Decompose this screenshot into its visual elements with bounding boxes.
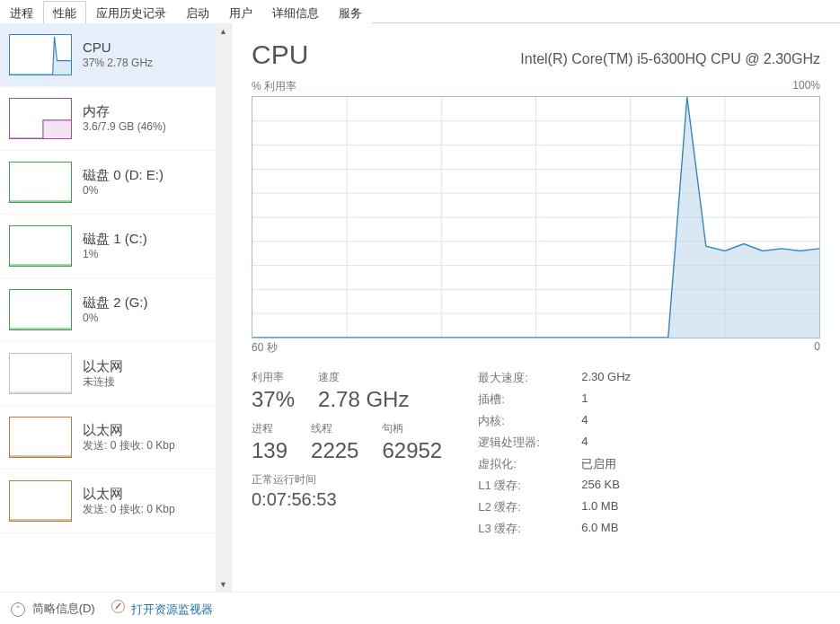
tab-bar: 进程性能应用历史记录启动用户详细信息服务 [0,0,840,23]
tab-0[interactable]: 进程 [0,1,43,23]
info-key-3: 逻辑处理器: [478,435,563,451]
sidebar-item-sub: 0% [83,311,148,326]
svg-rect-12 [10,481,71,521]
detail-subtitle: Intel(R) Core(TM) i5-6300HQ CPU @ 2.30GH… [520,51,820,67]
sidebar-thumb-0 [9,34,72,75]
fewer-details-label: 简略信息(D) [32,602,95,615]
cpu-info-table: 最大速度:2.30 GHz插槽:1内核:4逻辑处理器:4虚拟化:已启用L1 缓存… [478,370,631,537]
sidebar-thumb-3 [9,225,72,267]
sidebar-item-sub: 发送: 0 接收: 0 Kbp [83,502,175,517]
resource-monitor-label: 打开资源监视器 [131,602,213,616]
perf-sidebar: CPU 37% 2.78 GHz 内存 3.6/7.9 GB (46%) 磁盘 … [0,23,216,592]
sidebar-item-2[interactable]: 磁盘 0 (D: E:) 0% [0,151,216,215]
stat-value: 2.78 GHz [318,387,409,412]
chart-x-right: 0 [814,340,820,356]
sidebar-item-title: 以太网 [83,421,175,439]
resource-monitor-icon [111,600,125,613]
stat-value: 37% [252,387,295,412]
sidebar-item-title: CPU [83,39,153,57]
info-key-0: 最大速度: [478,370,563,386]
bigrow2-cell-0: 进程 139 [252,421,287,463]
stat-value: 2225 [311,438,358,463]
sidebar-item-4[interactable]: 磁盘 2 (G:) 0% [0,278,216,342]
svg-rect-8 [10,354,71,393]
sidebar-thumb-7 [9,480,72,522]
tab-4[interactable]: 用户 [219,1,262,23]
sidebar-thumb-4 [9,289,72,330]
info-key-5: L1 缓存: [478,478,563,494]
info-key-1: 插槽: [478,391,563,408]
bigrow1-cell-0: 利用率 37% [252,370,295,412]
uptime-value: 0:07:56:53 [252,489,442,510]
svg-rect-6 [10,290,71,330]
info-key-7: L3 缓存: [478,521,563,537]
sidebar-item-title: 磁盘 0 (D: E:) [83,166,164,184]
sidebar-item-sub: 37% 2.78 GHz [83,56,153,71]
chevron-up-icon: ˄ [11,602,25,617]
stat-label: 句柄 [382,421,442,436]
scroll-down-icon[interactable]: ▼ [216,576,231,592]
cpu-detail-pane: CPU Intel(R) Core(TM) i5-6300HQ CPU @ 2.… [232,23,840,592]
tab-1[interactable]: 性能 [43,1,86,23]
tab-5[interactable]: 详细信息 [262,1,329,23]
bigrow2-cell-2: 句柄 62952 [382,421,442,463]
sidebar-item-sub: 发送: 0 接收: 0 Kbp [83,438,175,453]
info-val-3: 4 [581,435,631,451]
sidebar-thumb-2 [9,162,72,203]
sidebar-item-3[interactable]: 磁盘 1 (C:) 1% [0,215,216,278]
sidebar-item-5[interactable]: 以太网 未连接 [0,342,216,406]
sidebar-item-title: 以太网 [83,357,123,375]
info-val-7: 6.0 MB [581,521,631,537]
sidebar-item-title: 磁盘 1 (C:) [83,230,147,248]
chart-y-max: 100% [792,79,820,94]
stat-label: 进程 [252,421,287,436]
stat-value: 139 [252,438,287,463]
bigrow1-cell-1: 速度 2.78 GHz [318,370,409,412]
sidebar-item-1[interactable]: 内存 3.6/7.9 GB (46%) [0,87,216,151]
scroll-up-icon[interactable]: ▲ [216,23,231,39]
info-val-0: 2.30 GHz [581,370,631,386]
sidebar-thumb-6 [9,417,72,458]
sidebar-item-0[interactable]: CPU 37% 2.78 GHz [0,23,216,87]
sidebar-item-6[interactable]: 以太网 发送: 0 接收: 0 Kbp [0,406,216,470]
svg-rect-10 [10,417,71,457]
sidebar-item-sub: 3.6/7.9 GB (46%) [83,119,166,135]
svg-rect-2 [10,163,71,202]
sidebar-item-title: 以太网 [83,485,175,503]
stat-label: 线程 [311,421,358,436]
sidebar-thumb-1 [9,98,72,139]
info-val-6: 1.0 MB [581,499,631,515]
info-val-1: 1 [581,391,631,408]
sidebar-scrollbar[interactable]: ▲ ▼ [216,23,231,592]
stat-label: 速度 [318,370,409,385]
info-key-4: 虚拟化: [478,456,563,472]
info-val-5: 256 KB [581,478,631,494]
sidebar-item-title: 内存 [83,102,166,120]
tab-3[interactable]: 启动 [176,1,219,23]
info-key-6: L2 缓存: [478,499,563,515]
info-val-4: 已启用 [581,456,631,472]
fewer-details-button[interactable]: ˄ 简略信息(D) [11,601,95,617]
chart-y-label: % 利用率 [252,79,296,94]
stat-value: 62952 [382,438,442,463]
svg-rect-4 [10,226,71,266]
info-val-2: 4 [581,413,631,429]
footer-bar: ˄ 简略信息(D) 打开资源监视器 [0,592,840,624]
sidebar-item-sub: 未连接 [83,374,123,390]
bigrow2-cell-1: 线程 2225 [311,421,358,463]
cpu-utilization-chart[interactable] [252,96,820,338]
uptime-label: 正常运行时间 [252,472,442,488]
sidebar-item-sub: 0% [83,183,164,198]
open-resource-monitor-link[interactable]: 打开资源监视器 [111,600,214,618]
sidebar-thumb-5 [9,353,72,394]
tab-2[interactable]: 应用历史记录 [86,1,176,23]
chart-x-left: 60 秒 [252,340,278,356]
detail-title: CPU [252,40,308,70]
info-key-2: 内核: [478,413,563,429]
sidebar-item-title: 磁盘 2 (G:) [83,294,148,312]
sidebar-item-sub: 1% [83,247,147,262]
sidebar-item-7[interactable]: 以太网 发送: 0 接收: 0 Kbp [0,470,216,533]
stat-label: 利用率 [252,370,295,385]
tab-6[interactable]: 服务 [329,1,372,23]
